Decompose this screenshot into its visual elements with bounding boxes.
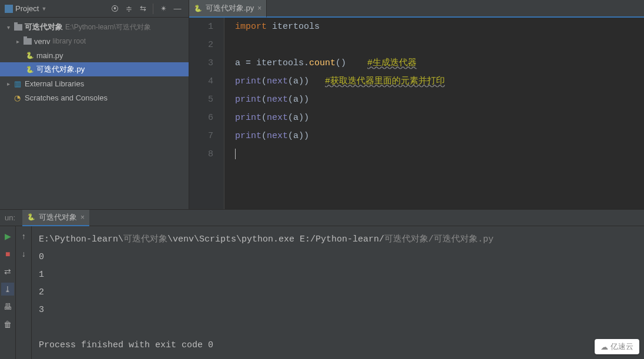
file-iterable-py[interactable]: 🐍 可迭代对象.py <box>0 62 189 76</box>
editor-tab-iterable[interactable]: 🐍 可迭代对象.py × <box>189 0 267 18</box>
code-text: () <box>336 58 346 68</box>
venv-folder[interactable]: ▸ venv library root <box>0 34 189 48</box>
editor-tabs: 🐍 可迭代对象.py × <box>189 0 644 18</box>
scratches-label: Scratches and Consoles <box>25 93 108 102</box>
function: count <box>309 58 336 68</box>
project-path: E:\Python-learn\可迭代对象 <box>65 22 151 32</box>
run-tab[interactable]: 🐍 可迭代对象 × <box>22 210 89 226</box>
python-file-icon: 🐍 <box>26 65 34 73</box>
builtin: next <box>267 76 288 86</box>
comment: #生成迭代器 <box>367 58 417 68</box>
line-number: 6 <box>189 109 213 127</box>
editor-body[interactable]: 1 2 3 4 5 6 7 8 import itertools a = ite… <box>189 18 644 209</box>
console-line: 1 <box>39 270 44 280</box>
file-label: 可迭代对象.py <box>36 64 85 75</box>
builtin: print <box>235 131 261 141</box>
run-tab-label: 可迭代对象 <box>39 212 77 223</box>
down-button[interactable]: ↓ <box>17 247 30 260</box>
identifier: itertools <box>267 22 320 32</box>
builtin: next <box>267 113 288 123</box>
cloud-icon: ☁ <box>601 343 608 351</box>
builtin: print <box>235 95 261 105</box>
console-text: 可迭代对象 <box>123 234 167 244</box>
divider <box>153 4 153 14</box>
close-icon[interactable]: × <box>80 213 85 222</box>
line-number: 8 <box>189 145 213 163</box>
code-text: (a)) <box>288 76 309 86</box>
soft-wrap-button[interactable]: ⇄ <box>1 265 14 278</box>
expand-all-icon[interactable]: ≑ <box>122 2 135 15</box>
console-text: 可迭代对象 <box>384 234 428 244</box>
line-number: 5 <box>189 90 213 109</box>
folder-icon <box>14 24 22 31</box>
print-button[interactable]: 🖶 <box>1 300 14 313</box>
code-content[interactable]: import itertools a = itertools.count() #… <box>224 18 445 209</box>
line-number: 4 <box>189 72 213 90</box>
venv-label: venv <box>34 37 50 46</box>
venv-note: library root <box>52 37 86 45</box>
editor-area: 🐍 可迭代对象.py × 1 2 3 4 5 6 7 8 import iter… <box>189 0 644 209</box>
comment: #获取迭代器里面的元素并打印 <box>325 76 445 86</box>
run-label: un: <box>5 213 15 222</box>
project-sidebar: Project ▼ ⦿ ≑ ⇆ ✴ — ▾ 可迭代对象 E:\Python-le… <box>0 0 189 209</box>
console-text: / <box>428 234 434 244</box>
run-toolbar: ▶ ■ ⇄ ⤓ 🖶 🗑 ↑ ↓ <box>0 226 32 359</box>
builtin: print <box>235 113 261 123</box>
project-icon <box>5 5 13 13</box>
keyword: import <box>235 22 267 32</box>
chevron-right-icon: ▸ <box>5 80 12 87</box>
external-libraries[interactable]: ▸ ▥ External Libraries <box>0 76 189 90</box>
line-number: 2 <box>189 36 213 54</box>
caret <box>235 149 236 159</box>
file-label: main.py <box>36 51 63 60</box>
folder-icon <box>24 38 32 45</box>
code-text: (a)) <box>288 95 309 105</box>
builtin: next <box>267 131 288 141</box>
file-main-py[interactable]: 🐍 main.py <box>0 48 189 62</box>
stop-button[interactable]: ■ <box>1 247 14 260</box>
line-number: 7 <box>189 127 213 145</box>
close-icon[interactable]: × <box>257 4 261 12</box>
console-text: E:\Python-learn\ <box>39 234 123 244</box>
console-text: \venv\Scripts\python.exe E:/Python-learn… <box>167 234 384 244</box>
run-panel: un: 🐍 可迭代对象 × ▶ ■ ⇄ ⤓ 🖶 🗑 ↑ ↓ E:\Python-… <box>0 210 644 359</box>
project-tree: ▾ 可迭代对象 E:\Python-learn\可迭代对象 ▸ venv lib… <box>0 18 189 209</box>
console-line: 0 <box>39 252 44 262</box>
trash-button[interactable]: 🗑 <box>1 318 14 331</box>
code-text: (a)) <box>288 113 309 123</box>
scratches-icon: ◔ <box>14 93 22 102</box>
console-text: 可迭代对象.py <box>434 234 494 244</box>
chevron-down-icon: ▾ <box>5 24 12 31</box>
up-button[interactable]: ↑ <box>17 230 30 243</box>
code-text: ( <box>261 76 267 86</box>
rerun-button[interactable]: ▶ <box>1 230 14 243</box>
python-file-icon: 🐍 <box>27 213 35 222</box>
console-exit: Process finished with exit code 0 <box>39 340 213 350</box>
settings-icon[interactable]: ✴ <box>157 2 170 15</box>
external-libs-label: External Libraries <box>25 79 84 88</box>
run-header: un: 🐍 可迭代对象 × <box>0 210 644 226</box>
project-name: 可迭代对象 <box>25 22 63 32</box>
sidebar-header: Project ▼ ⦿ ≑ ⇆ ✴ — <box>0 0 189 18</box>
watermark: ☁ 亿速云 <box>595 339 639 354</box>
builtin: print <box>235 76 261 86</box>
locate-icon[interactable]: ⦿ <box>108 2 121 15</box>
line-number: 3 <box>189 54 213 72</box>
collapse-all-icon[interactable]: ⇆ <box>136 2 149 15</box>
scroll-to-end-button[interactable]: ⤓ <box>1 283 14 296</box>
builtin: next <box>267 95 288 105</box>
sidebar-title-text: Project <box>15 4 39 13</box>
code-text: ( <box>261 131 267 141</box>
tab-label: 可迭代对象.py <box>206 3 254 14</box>
line-number: 1 <box>189 18 213 36</box>
project-dropdown[interactable]: Project ▼ <box>5 4 46 13</box>
project-root[interactable]: ▾ 可迭代对象 E:\Python-learn\可迭代对象 <box>0 20 189 34</box>
watermark-text: 亿速云 <box>611 341 633 352</box>
chevron-down-icon: ▼ <box>41 6 46 12</box>
scratches-consoles[interactable]: ◔ Scratches and Consoles <box>0 90 189 105</box>
console-output[interactable]: E:\Python-learn\可迭代对象\venv\Scripts\pytho… <box>32 226 644 359</box>
console-line: 3 <box>39 305 44 315</box>
code-text: (a)) <box>288 131 309 141</box>
code-text: ( <box>261 95 267 105</box>
hide-icon[interactable]: — <box>171 2 184 15</box>
